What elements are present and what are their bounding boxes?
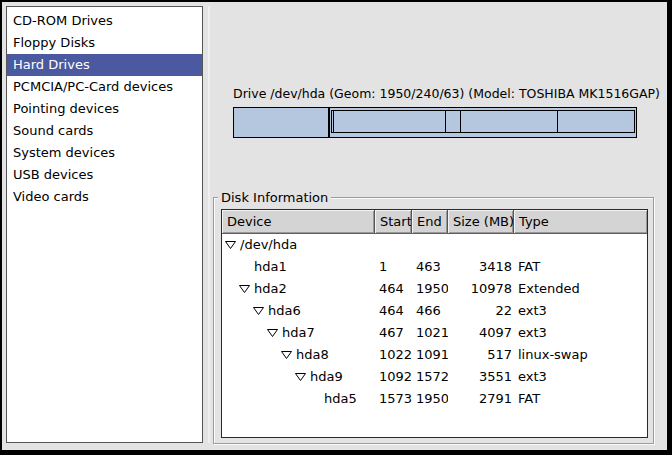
sidebar-item-floppy-disks[interactable]: Floppy Disks bbox=[7, 32, 202, 54]
expander-icon[interactable] bbox=[281, 350, 296, 360]
device-category-list: CD-ROM DrivesFloppy DisksHard DrivesPCMC… bbox=[6, 6, 203, 443]
partition-segment-hda2[interactable] bbox=[329, 107, 637, 138]
table-row-hda7[interactable]: hda7 467 1021 4097 ext3 bbox=[222, 322, 647, 344]
end-cell: 1950 bbox=[412, 388, 448, 410]
sidebar-item-sound-cards[interactable]: Sound cards bbox=[7, 120, 202, 142]
start-cell: 467 bbox=[375, 322, 412, 344]
start-cell: 1573 bbox=[375, 388, 412, 410]
type-cell: linux-swap bbox=[514, 344, 647, 366]
sidebar-item-usb-devices[interactable]: USB devices bbox=[7, 164, 202, 186]
partition-segment-hda9[interactable] bbox=[460, 111, 557, 132]
sidebar-item-pcmcia-pc-card-devices[interactable]: PCMCIA/PC-Card devices bbox=[7, 76, 202, 98]
partition-segment-hda7[interactable] bbox=[333, 111, 445, 132]
table-row-hda1[interactable]: hda1 1 463 3418 FAT bbox=[222, 256, 647, 278]
drive-title: Drive /dev/hda (Geom: 1950/240/63) (Mode… bbox=[233, 86, 637, 102]
device-cell: hda2 bbox=[222, 278, 375, 300]
end-cell: 1091 bbox=[412, 344, 448, 366]
size-cell: 517 bbox=[448, 344, 514, 366]
device-cell: hda5 bbox=[222, 388, 375, 410]
size-cell: 2791 bbox=[448, 388, 514, 410]
expander-icon[interactable] bbox=[253, 306, 268, 316]
device-label: hda2 bbox=[254, 278, 287, 300]
device-label: hda9 bbox=[310, 366, 343, 388]
type-cell bbox=[514, 234, 647, 256]
device-label: hda1 bbox=[254, 256, 287, 278]
disk-table-header: Device Start End Size (MB) Type bbox=[222, 210, 647, 234]
end-cell: 1572 bbox=[412, 366, 448, 388]
size-cell: 3551 bbox=[448, 366, 514, 388]
size-cell: 4097 bbox=[448, 322, 514, 344]
end-cell: 1021 bbox=[412, 322, 448, 344]
size-cell: 10978 bbox=[448, 278, 514, 300]
partition-segment-hda5[interactable] bbox=[557, 111, 634, 132]
device-cell: /dev/hda bbox=[222, 234, 375, 256]
expander-icon[interactable] bbox=[295, 372, 310, 382]
start-cell: 1022 bbox=[375, 344, 412, 366]
type-cell: Extended bbox=[514, 278, 647, 300]
type-cell: FAT bbox=[514, 388, 647, 410]
expander-icon[interactable] bbox=[267, 328, 282, 338]
sidebar-item-cd-rom-drives[interactable]: CD-ROM Drives bbox=[7, 10, 202, 32]
column-header-type[interactable]: Type bbox=[514, 210, 647, 233]
device-label: hda7 bbox=[282, 322, 315, 344]
device-label: /dev/hda bbox=[240, 234, 297, 256]
type-cell: ext3 bbox=[514, 366, 647, 388]
device-cell: hda1 bbox=[222, 256, 375, 278]
end-cell bbox=[412, 234, 448, 256]
device-cell: hda8 bbox=[222, 344, 375, 366]
start-cell bbox=[375, 234, 412, 256]
sidebar-item-system-devices[interactable]: System devices bbox=[7, 142, 202, 164]
column-header-device[interactable]: Device bbox=[222, 210, 375, 233]
device-cell: hda6 bbox=[222, 300, 375, 322]
table-row-hda2[interactable]: hda2 464 1950 10978 Extended bbox=[222, 278, 647, 300]
size-cell bbox=[448, 234, 514, 256]
device-label: hda5 bbox=[324, 388, 357, 410]
sidebar-item-hard-drives[interactable]: Hard Drives bbox=[7, 54, 202, 76]
end-cell: 466 bbox=[412, 300, 448, 322]
device-cell: hda7 bbox=[222, 322, 375, 344]
column-header-start[interactable]: Start bbox=[375, 210, 412, 233]
expander-icon[interactable] bbox=[225, 240, 240, 250]
hardware-browser-window: CD-ROM DrivesFloppy DisksHard DrivesPCMC… bbox=[0, 0, 672, 455]
disk-information-frame: Disk Information Device Start End Size (… bbox=[213, 197, 654, 444]
table-row-hda5[interactable]: hda5 1573 1950 2791 FAT bbox=[222, 388, 647, 410]
start-cell: 1092 bbox=[375, 366, 412, 388]
column-header-size[interactable]: Size (MB) bbox=[448, 210, 514, 233]
start-cell: 464 bbox=[375, 278, 412, 300]
logical-partitions bbox=[331, 110, 635, 133]
end-cell: 1950 bbox=[412, 278, 448, 300]
device-label: hda6 bbox=[268, 300, 301, 322]
disk-information-frame-label: Disk Information bbox=[218, 190, 331, 205]
pane-divider[interactable] bbox=[208, 6, 210, 443]
table-row-dev-hda[interactable]: /dev/hda bbox=[222, 234, 647, 256]
table-row-hda6[interactable]: hda6 464 466 22 ext3 bbox=[222, 300, 647, 322]
expander-icon[interactable] bbox=[239, 284, 254, 294]
type-cell: ext3 bbox=[514, 300, 647, 322]
sidebar-item-video-cards[interactable]: Video cards bbox=[7, 186, 202, 208]
table-row-hda8[interactable]: hda8 1022 1091 517 linux-swap bbox=[222, 344, 647, 366]
disk-table: Device Start End Size (MB) Type /dev/hda bbox=[221, 209, 648, 438]
column-header-end[interactable]: End bbox=[412, 210, 448, 233]
table-row-hda9[interactable]: hda9 1092 1572 3551 ext3 bbox=[222, 366, 647, 388]
sidebar-item-pointing-devices[interactable]: Pointing devices bbox=[7, 98, 202, 120]
device-label: hda8 bbox=[296, 344, 329, 366]
end-cell: 463 bbox=[412, 256, 448, 278]
start-cell: 1 bbox=[375, 256, 412, 278]
partition-segment-hda1[interactable] bbox=[233, 107, 329, 138]
partition-segment-hda8[interactable] bbox=[445, 111, 460, 132]
disk-table-body: /dev/hda hda1 1 463 3418 FAT hda2 bbox=[222, 234, 647, 410]
size-cell: 3418 bbox=[448, 256, 514, 278]
device-cell: hda9 bbox=[222, 366, 375, 388]
partition-bar bbox=[233, 107, 637, 138]
type-cell: FAT bbox=[514, 256, 647, 278]
size-cell: 22 bbox=[448, 300, 514, 322]
start-cell: 464 bbox=[375, 300, 412, 322]
type-cell: ext3 bbox=[514, 322, 647, 344]
